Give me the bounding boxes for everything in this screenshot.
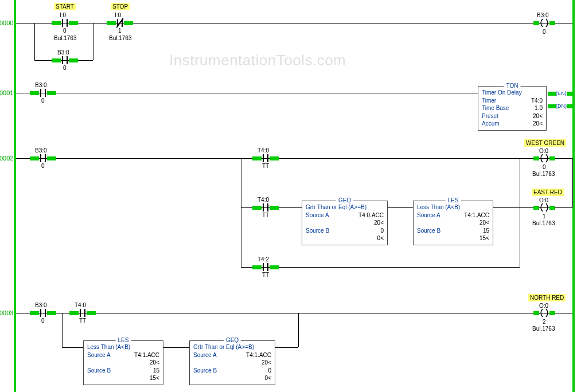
label: EAST RED [532,189,564,195]
addr: I:0 [115,12,121,18]
addr: B3:0 [57,49,69,56]
addr: T4:2 [258,256,269,262]
addr: I:0 [60,12,66,18]
bul: Bul.1763 [532,220,555,226]
rung-number: 0000 [0,19,13,26]
l: Timer On Delay [482,89,522,97]
branch [520,158,520,267]
rung-number: 0003 [0,309,13,316]
bit: 0 [63,65,67,71]
sub: TT [262,163,269,169]
ote-north-red[interactable] [538,309,551,317]
xic[interactable] [258,203,273,211]
xic[interactable] [258,263,273,271]
bit: 1 [543,213,546,219]
addr: T4:0 [75,302,86,308]
bit: 0 [41,317,45,324]
t: GEQ [336,197,353,203]
addr: B3:0 [35,302,47,308]
xic[interactable] [36,309,50,317]
ote-west-green[interactable] [538,154,551,162]
rung-wire [16,93,478,93]
sub: TT [262,272,269,278]
bit: 0 [63,28,67,34]
xic[interactable] [36,154,50,162]
v: 1.0 [535,104,543,112]
branch [572,158,573,207]
t: LES [446,197,461,203]
bit: 2 [543,319,546,325]
xic[interactable] [36,89,50,97]
branch [93,23,93,60]
ote-east-red[interactable] [538,203,551,211]
watermark: InstrumentationTools.com [169,52,346,69]
xic[interactable] [75,309,90,317]
geq-block[interactable]: GEQ Grtr Than or Eql (A>=B) Source AT4:1… [189,340,275,385]
branch [34,23,35,60]
bit: 0 [543,164,546,170]
ton-block[interactable]: TON Timer On Delay TimerT4:0 Time Base1.… [478,86,547,131]
geq-block[interactable]: GEQ Grtr Than or Eql (A>=B) Source AT4:0… [302,201,388,245]
branch [298,313,299,347]
label: NORTH RED [528,295,566,301]
branch-wire [241,267,520,268]
rung-wire [16,23,572,23]
rung-wire [16,158,572,159]
v: T4:0 [531,97,543,105]
label: WEST GREEN [524,140,566,146]
les-block[interactable]: LES Less Than (A<B) Source AT4:1.ACC 20<… [413,201,493,245]
pin-dn: (DN) [548,103,575,109]
rung-number: 0001 [0,89,13,96]
bul: Bul.1763 [54,35,76,41]
xic-start[interactable] [57,19,72,27]
rung-wire [16,313,572,313]
sub: TT [79,317,86,324]
label-stop: STOP [111,3,130,10]
sub: TT [262,212,269,218]
rung-number: 0002 [0,155,13,162]
ote-coil[interactable] [538,19,551,27]
v: 20< [533,112,543,120]
addr: B3:0 [35,82,47,88]
addr: T4:0 [258,197,269,203]
pin-en: (EN) [548,91,575,96]
label-start: START [54,3,76,10]
bul: Bul.1763 [532,326,555,332]
branch [241,158,241,267]
bul: Bul.1763 [532,171,555,177]
xic-seal[interactable] [57,56,72,64]
xic[interactable] [258,154,273,162]
bit: 0 [41,163,45,169]
power-rail-left [14,0,16,392]
v: 20< [533,120,543,128]
block-title: TON [504,83,521,89]
addr: T4:0 [258,147,269,154]
bit: 0 [543,29,546,35]
addr: B3:0 [35,147,47,154]
branch [62,313,63,347]
les-block[interactable]: LES Less Than (A<B) Source AT4:1.ACC 20<… [83,340,163,385]
xio-stop[interactable] [112,19,127,27]
bul: Bul.1763 [109,35,131,41]
bit: 1 [118,28,122,34]
bit: 0 [41,97,45,104]
